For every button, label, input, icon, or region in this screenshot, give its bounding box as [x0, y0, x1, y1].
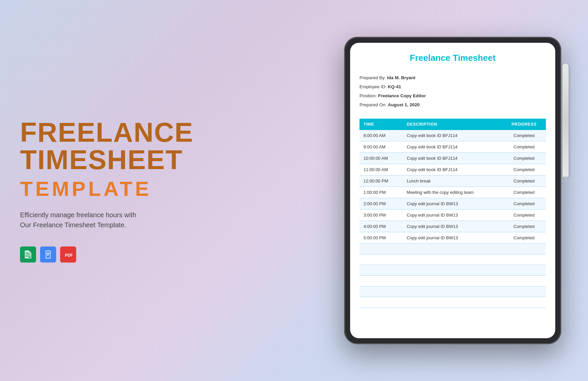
main-title-line2: TIMESHEET: [20, 146, 180, 173]
prepared-by-label: Prepared By:: [359, 75, 387, 80]
table-row: 11:00:00 AM Copy edit book ID BFJ114 Com…: [359, 164, 546, 175]
position-value: Freelance Copy Editor: [378, 93, 426, 98]
table-row: 3:00:00 PM Copy edit journal ID BW13 Com…: [359, 210, 546, 221]
svg-rect-7: [47, 255, 49, 256]
table-row: 5:00:00 PM Copy edit journal ID BW13 Com…: [359, 232, 546, 244]
empty-table-row: [359, 254, 546, 265]
pdf-icon[interactable]: PDF: [60, 247, 76, 263]
table-row: 10:00:00 AM Copy edit book ID BFJ114 Com…: [359, 153, 546, 164]
main-title-line1: FREELANCE: [20, 119, 180, 146]
prepared-by-row: Prepared By: Ida M. Bryant: [359, 73, 546, 82]
svg-rect-6: [47, 254, 50, 254]
timesheet-table: TIME DESCRIPTION PROGRESS 8:00:00 AM Cop…: [359, 119, 546, 308]
cell-progress: Completed: [502, 153, 546, 164]
table-row: 2:00:00 PM Copy edit journal ID BW13 Com…: [359, 198, 546, 210]
position-row: Position: Freelance Copy Editor: [359, 91, 546, 100]
cell-progress: Completed: [502, 210, 546, 221]
cell-time: 5:00:00 PM: [359, 232, 403, 244]
cell-description: Copy edit book ID BFJ114: [403, 153, 502, 164]
cell-progress: Completed: [502, 187, 546, 198]
cell-time: 10:00:00 AM: [359, 153, 403, 164]
cell-description: Meeting with the copy editing team: [403, 187, 502, 198]
description-text: Efficiently manage freelance hours with …: [20, 210, 147, 230]
table-row: 12:00:00 PM Lunch break Completed: [359, 175, 546, 187]
empty-table-row: [359, 297, 546, 308]
timesheet-content: Freelance Timesheet Prepared By: Ida M. …: [350, 43, 555, 338]
col-header-progress: PROGRESS: [502, 119, 546, 130]
meta-info: Prepared By: Ida M. Bryant Employee ID: …: [359, 73, 546, 109]
col-header-time: TIME: [359, 119, 403, 130]
position-label: Position:: [359, 93, 378, 98]
sheets-icon[interactable]: [20, 247, 36, 263]
format-icons-group: PDF: [20, 247, 180, 263]
cell-description: Copy edit journal ID BW13: [403, 198, 502, 210]
svg-rect-4: [25, 257, 29, 258]
cell-progress: Completed: [502, 175, 546, 187]
cell-time: 8:00:00 AM: [359, 130, 403, 141]
cell-progress: Completed: [502, 141, 546, 153]
cell-description: Copy edit book ID BFJ114: [403, 141, 502, 153]
empty-table-row: [359, 265, 546, 276]
svg-rect-3: [25, 256, 31, 256]
cell-description: Copy edit journal ID BW13: [403, 232, 502, 244]
main-subtitle: TEMPLATE: [20, 177, 180, 201]
table-row: 8:00:00 AM Copy edit book ID BFJ114 Comp…: [359, 130, 546, 141]
employee-id-label: Employee ID:: [359, 84, 388, 89]
tablet-screen: Freelance Timesheet Prepared By: Ida M. …: [350, 43, 555, 338]
cell-time: 1:00:00 PM: [359, 187, 403, 198]
cell-time: 2:00:00 PM: [359, 198, 403, 210]
cell-description: Copy edit book ID BFJ114: [403, 164, 502, 175]
table-row: 4:00:00 PM Copy edit journal ID BW13 Com…: [359, 221, 546, 232]
cell-time: 12:00:00 PM: [359, 175, 403, 187]
col-header-description: DESCRIPTION: [403, 119, 502, 130]
employee-id-value: KQ-41: [388, 84, 401, 89]
cell-description: Copy edit journal ID BW13: [403, 210, 502, 221]
empty-table-row: [359, 244, 546, 254]
svg-rect-2: [25, 254, 31, 255]
cell-progress: Completed: [502, 232, 546, 244]
cell-time: 3:00:00 PM: [359, 210, 403, 221]
cell-time: 9:00:00 AM: [359, 141, 403, 153]
table-row: 1:00:00 PM Meeting with the copy editing…: [359, 187, 546, 198]
empty-table-row: [359, 276, 546, 286]
prepared-on-value: August 1, 2020: [388, 102, 420, 107]
cell-progress: Completed: [502, 198, 546, 210]
table-row: 9:00:00 AM Copy edit book ID BFJ114 Comp…: [359, 141, 546, 153]
table-header-row: TIME DESCRIPTION PROGRESS: [359, 119, 546, 130]
cell-description: Lunch break: [403, 175, 502, 187]
employee-id-row: Employee ID: KQ-41: [359, 82, 546, 91]
cell-progress: Completed: [502, 130, 546, 141]
tablet-frame: Freelance Timesheet Prepared By: Ida M. …: [344, 37, 561, 344]
svg-text:PDF: PDF: [65, 253, 72, 258]
docs-icon[interactable]: [40, 247, 56, 263]
prepared-by-value: Ida M. Bryant: [387, 75, 416, 80]
svg-rect-5: [47, 253, 50, 253]
sheet-title: Freelance Timesheet: [359, 53, 546, 63]
apple-pencil: [563, 64, 569, 177]
prepared-on-row: Prepared On: August 1, 2020: [359, 100, 546, 109]
cell-progress: Completed: [502, 164, 546, 175]
cell-time: 11:00:00 AM: [359, 164, 403, 175]
tablet-device: Freelance Timesheet Prepared By: Ida M. …: [344, 37, 561, 344]
cell-time: 4:00:00 PM: [359, 221, 403, 232]
cell-description: Copy edit journal ID BW13: [403, 221, 502, 232]
empty-table-row: [359, 286, 546, 297]
left-panel: FREELANCE TIMESHEET TEMPLATE Efficiently…: [20, 119, 180, 263]
prepared-on-label: Prepared On:: [359, 102, 388, 107]
cell-progress: Completed: [502, 221, 546, 232]
cell-description: Copy edit book ID BFJ114: [403, 130, 502, 141]
